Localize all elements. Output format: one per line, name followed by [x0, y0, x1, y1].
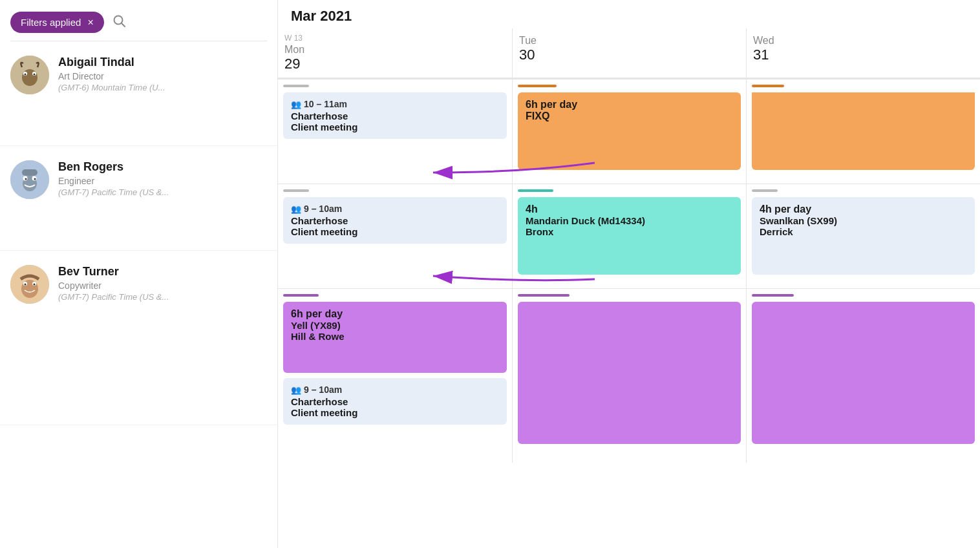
color-bar-gray-ben [283, 189, 309, 192]
event-line2: Client meeting [291, 407, 499, 418]
event-time-text: 9 – 10am [304, 385, 342, 395]
filter-badge[interactable]: Filters applied × [10, 12, 104, 33]
event-line2: Client meeting [291, 226, 499, 237]
event-abigail-wed-continuation [752, 92, 975, 170]
svg-point-19 [25, 284, 27, 286]
cal-cell-bev-wed [746, 288, 980, 463]
people-icon: 👥 [291, 204, 301, 214]
cal-day-tue: Tue 30 [512, 28, 746, 78]
event-line1: Mandarin Duck (Md14334) [526, 215, 733, 226]
color-bar-gray-ben-wed [752, 189, 778, 192]
color-bar-purple-bev-tue [518, 294, 570, 297]
svg-point-13 [34, 178, 36, 180]
person-info-bev: Bev Turner Copywriter (GMT-7) Pacific Ti… [58, 265, 169, 302]
event-ben-wed-block[interactable]: 4h per day Swanlkan (SX99) Derrick [752, 197, 975, 275]
cal-day-name-tue: Tue [519, 35, 740, 47]
person-info-abigail: Abigail Tindal Art Director (GMT-6) Moun… [58, 56, 165, 92]
calendar-panel: Mar 2021 W 13 Mon 29 Tue 30 Wed 31 [278, 0, 980, 548]
person-row-bev: Bev Turner Copywriter (GMT-7) Pacific Ti… [0, 251, 277, 425]
event-title: 4h per day [760, 204, 967, 215]
cal-cell-abigail-wed [746, 79, 980, 184]
cal-day-name-mon: Mon [284, 44, 506, 56]
people-icon: 👥 [291, 385, 301, 395]
svg-rect-14 [22, 169, 37, 176]
color-bar-orange [518, 85, 557, 87]
color-bar-teal-ben [518, 189, 553, 192]
left-panel: Filters applied × [0, 0, 278, 548]
event-bev-wed-continuation [752, 302, 975, 444]
event-line1: Charterhose [291, 111, 499, 121]
cal-day-num-tue: 30 [519, 47, 740, 63]
filter-bar: Filters applied × [0, 0, 277, 41]
filter-close-icon[interactable]: × [87, 17, 93, 28]
cal-cell-ben-wed: 4h per day Swanlkan (SX99) Derrick [746, 184, 980, 288]
cal-cell-ben-mon: 👥 9 – 10am Charterhose Client meeting [278, 184, 512, 288]
cal-cell-abigail-mon: 👥 10 – 11am Charterhose Client meeting [278, 79, 512, 184]
color-bar-purple-bev-wed [752, 294, 794, 297]
cal-day-wed: Wed 31 [746, 28, 980, 78]
cal-cell-bev-mon: 6h per day Yell (YX89) Hill & Rowe 👥 9 –… [278, 288, 512, 463]
avatar-abigail [10, 56, 49, 94]
search-button[interactable] [112, 14, 126, 31]
svg-line-1 [122, 23, 125, 26]
calendar-days-row: W 13 Mon 29 Tue 30 Wed 31 [278, 28, 980, 78]
event-line2: Bronx [526, 226, 733, 237]
event-title: 6h per day [526, 99, 733, 111]
person-role-abigail: Art Director [58, 71, 165, 81]
event-bev-mon-block[interactable]: 6h per day Yell (YX89) Hill & Rowe [283, 302, 507, 373]
calendar-month: Mar 2021 [278, 8, 980, 25]
event-time-text: 10 – 11am [304, 99, 347, 109]
event-line1: Charterhose [291, 215, 499, 226]
cal-cell-ben-tue: 4h Mandarin Duck (Md14334) Bronx [512, 184, 746, 288]
cal-cell-bev-tue [512, 288, 746, 463]
person-role-bev: Copywriter [58, 280, 169, 291]
event-abigail-tue-block[interactable]: 6h per day FIXQ [518, 92, 741, 170]
cal-day-mon: W 13 Mon 29 [278, 28, 512, 78]
event-line1: FIXQ [526, 111, 733, 122]
event-line2: Client meeting [291, 121, 499, 132]
person-row-abigail: Abigail Tindal Art Director (GMT-6) Moun… [0, 41, 277, 146]
event-ben-mon-meeting[interactable]: 👥 9 – 10am Charterhose Client meeting [283, 197, 507, 244]
event-ben-tue-block[interactable]: 4h Mandarin Duck (Md14334) Bronx [518, 197, 741, 275]
cal-day-num-wed: 31 [753, 47, 974, 63]
event-bev-tue-continuation [518, 302, 741, 444]
event-line1: Swanlkan (SX99) [760, 215, 967, 226]
cal-day-name-wed: Wed [753, 35, 974, 47]
person-name-ben: Ben Rogers [58, 160, 169, 174]
event-time-text: 9 – 10am [304, 204, 342, 214]
svg-point-3 [22, 69, 37, 86]
person-name-abigail: Abigail Tindal [58, 56, 165, 69]
event-line1: Charterhose [291, 396, 499, 407]
svg-point-20 [34, 284, 36, 286]
person-tz-bev: (GMT-7) Pacific Time (US &... [58, 292, 169, 302]
person-row-ben: Ben Rogers Engineer (GMT-7) Pacific Time… [0, 146, 277, 251]
calendar-header: Mar 2021 W 13 Mon 29 Tue 30 Wed 31 [278, 0, 980, 79]
event-line1: Yell (YX89) [291, 320, 499, 331]
event-line2: Hill & Rowe [291, 331, 499, 342]
event-abigail-mon-meeting[interactable]: 👥 10 – 11am Charterhose Client meeting [283, 92, 507, 139]
svg-point-12 [25, 178, 27, 180]
avatar-bev [10, 265, 49, 304]
person-tz-abigail: (GMT-6) Mountain Time (U... [58, 83, 165, 92]
person-tz-ben: (GMT-7) Pacific Time (US &... [58, 187, 169, 197]
cal-cell-abigail-tue: 6h per day FIXQ [512, 79, 746, 184]
svg-point-6 [25, 74, 27, 76]
filter-label: Filters applied [21, 17, 81, 28]
person-info-ben: Ben Rogers Engineer (GMT-7) Pacific Time… [58, 160, 169, 197]
person-role-ben: Engineer [58, 176, 169, 186]
color-bar-orange-wed [752, 85, 784, 87]
event-title: 6h per day [291, 308, 499, 320]
color-bar [283, 85, 309, 87]
event-line2: Derrick [760, 226, 967, 237]
search-icon [112, 14, 126, 28]
svg-point-7 [34, 74, 36, 76]
calendar-body: 👥 10 – 11am Charterhose Client meeting 6… [278, 79, 980, 463]
event-bev-mon-meeting[interactable]: 👥 9 – 10am Charterhose Client meeting [283, 378, 507, 425]
cal-week-label: W 13 [284, 34, 506, 43]
people-icon: 👥 [291, 100, 301, 109]
avatar-ben [10, 160, 49, 199]
person-name-bev: Bev Turner [58, 265, 169, 279]
event-title: 4h [526, 204, 733, 215]
color-bar-purple-bev [283, 294, 319, 297]
cal-day-num-mon: 29 [284, 56, 506, 72]
